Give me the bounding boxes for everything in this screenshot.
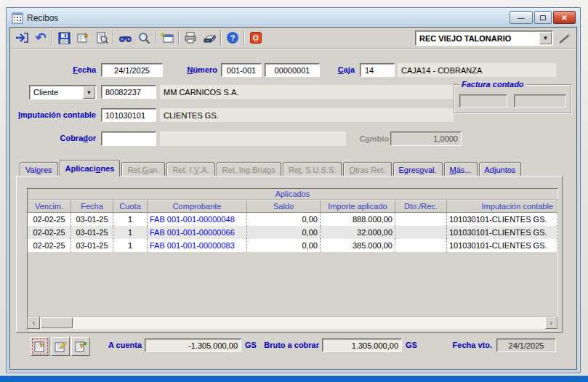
maximize-button[interactable] bbox=[534, 11, 552, 24]
scrollbar-thumb[interactable] bbox=[41, 317, 73, 328]
cell-vencim: 02-02-25 bbox=[28, 213, 71, 226]
col-dto-rec[interactable]: Dto./Rec. bbox=[395, 200, 447, 212]
print-button[interactable] bbox=[181, 29, 200, 46]
edit-apply-button[interactable] bbox=[51, 337, 70, 356]
printer-icon bbox=[184, 32, 197, 44]
restore-icon bbox=[540, 15, 546, 20]
tab-aplicaciones[interactable]: Aplicaciones bbox=[60, 160, 121, 176]
duplicate-icon bbox=[76, 32, 89, 44]
zoom-button[interactable] bbox=[134, 29, 153, 46]
close-button[interactable]: ✕ bbox=[553, 11, 576, 24]
numero-input[interactable]: 00000001 bbox=[265, 63, 320, 77]
factura-contado-group: Factura contado bbox=[454, 84, 571, 113]
toolbar-separator bbox=[113, 31, 114, 45]
tab-ret-ing-brutos: Ret. Ing.Brutos bbox=[217, 162, 281, 176]
col-cuota[interactable]: Cuota bbox=[113, 200, 148, 212]
tab-valores[interactable]: Valores bbox=[20, 162, 58, 176]
col-comprobante[interactable]: Comprobante bbox=[148, 200, 247, 212]
fecha-input[interactable]: 24/1/2025 bbox=[101, 63, 163, 77]
enter-button[interactable] bbox=[12, 29, 31, 46]
undo-icon: ↶ bbox=[35, 32, 46, 44]
table-row[interactable]: 02-02-25 03-01-25 1 FAB 001-001-00000066… bbox=[28, 226, 557, 239]
chevron-down-icon[interactable]: ▼ bbox=[539, 32, 552, 44]
window-title: Recibos bbox=[27, 13, 58, 23]
fecha-label: Fecha bbox=[65, 65, 96, 74]
cell-comprobante-link[interactable]: FAB 001-001-00000083 bbox=[148, 239, 247, 252]
enter-icon bbox=[15, 32, 29, 44]
toolbar-separator bbox=[243, 31, 245, 45]
toolbar-separator bbox=[178, 31, 180, 45]
cobrador-input[interactable] bbox=[101, 131, 156, 146]
cell-dto-rec bbox=[395, 213, 447, 226]
help-button[interactable]: ? bbox=[223, 29, 242, 46]
exit-button[interactable]: O bbox=[246, 29, 265, 46]
caja-desc: CAJA14 - COBRANZA bbox=[398, 63, 556, 77]
imputacion-input[interactable]: 101030101 bbox=[101, 108, 156, 122]
edit-apply-icon bbox=[54, 341, 67, 353]
col-vencim[interactable]: Vencim. bbox=[28, 200, 71, 212]
preview-icon bbox=[96, 32, 108, 44]
cliente-type-select[interactable]: Cliente ▼ bbox=[29, 85, 97, 99]
tab-adjuntos[interactable]: Adjuntos bbox=[479, 162, 522, 176]
help-icon: ? bbox=[227, 32, 238, 44]
bruto-field: 1.305.000,00 bbox=[322, 338, 402, 352]
table-row[interactable]: 02-02-25 03-01-25 1 FAB 001-001-00000048… bbox=[28, 213, 557, 226]
numero-prefijo-input[interactable]: 001-001 bbox=[221, 63, 262, 77]
cell-dto-rec bbox=[395, 226, 447, 239]
scroll-right-icon[interactable]: › bbox=[545, 317, 557, 329]
chevron-down-icon[interactable]: ▼ bbox=[83, 86, 95, 99]
binoculars-icon bbox=[118, 33, 132, 44]
factura-contado-field-2 bbox=[514, 94, 566, 107]
factura-contado-field-1 bbox=[459, 94, 507, 107]
scanner-button[interactable] bbox=[200, 29, 219, 46]
cell-importe: 32.000,00 bbox=[321, 226, 395, 239]
grid-group-header: Aplicados bbox=[28, 189, 557, 200]
col-imputacion-contable[interactable]: Imputación contable bbox=[447, 200, 557, 212]
cell-imputacion: 101030101-CLIENTES GS. bbox=[447, 226, 557, 239]
find-button[interactable] bbox=[116, 29, 134, 46]
auto-apply-button[interactable] bbox=[71, 337, 90, 356]
cell-fecha: 03-01-25 bbox=[71, 226, 113, 239]
cell-importe: 888.000,00 bbox=[321, 213, 395, 226]
new-window-button[interactable] bbox=[158, 29, 177, 46]
talonario-value: REC VIEJO TALONARIO bbox=[416, 34, 539, 43]
fecha-vto-label: Fecha vto. bbox=[442, 341, 492, 349]
cell-comprobante-link[interactable]: FAB 001-001-00000048 bbox=[148, 213, 247, 226]
caja-input[interactable]: 14 bbox=[360, 63, 395, 77]
cliente-code-input[interactable]: 80082237 bbox=[101, 85, 156, 99]
taskbar-strip bbox=[0, 375, 588, 382]
cell-imputacion: 101030101-CLIENTES GS. bbox=[447, 239, 557, 252]
scanner-icon bbox=[203, 32, 217, 44]
wand-icon[interactable] bbox=[557, 32, 572, 45]
app-icon bbox=[12, 12, 23, 24]
cambio-label: Cambio bbox=[352, 134, 389, 143]
table-row[interactable]: 02-02-25 03-01-25 1 FAB 001-001-00000083… bbox=[28, 239, 557, 252]
col-importe-aplicado[interactable]: Importe aplicado bbox=[321, 200, 395, 212]
titlebar[interactable]: Recibos bbox=[7, 9, 579, 27]
cell-importe: 385.000,00 bbox=[321, 239, 395, 252]
aplicados-grid: Aplicados Vencim. Fecha Cuota Comprobant… bbox=[27, 188, 558, 330]
cobrador-desc bbox=[160, 131, 346, 146]
bruto-label: Bruto a cobrar bbox=[252, 341, 319, 349]
manual-apply-button[interactable] bbox=[31, 337, 49, 356]
cobrador-label: Cobrador bbox=[39, 134, 96, 142]
manual-apply-icon bbox=[33, 341, 47, 353]
duplicate-button[interactable] bbox=[73, 29, 92, 46]
talonario-select[interactable]: REC VIEJO TALONARIO ▼ bbox=[415, 31, 553, 46]
col-saldo[interactable]: Saldo bbox=[247, 200, 321, 212]
tab-mas[interactable]: Más... bbox=[444, 162, 478, 176]
numero-label: Número bbox=[172, 65, 217, 74]
cell-comprobante-link[interactable]: FAB 001-001-00000066 bbox=[148, 226, 247, 239]
cell-cuota: 1 bbox=[113, 213, 148, 226]
minimize-button[interactable]: — bbox=[510, 11, 533, 24]
horizontal-scrollbar[interactable]: ‹ › bbox=[28, 317, 557, 329]
preview-button[interactable] bbox=[92, 29, 111, 46]
cell-vencim: 02-02-25 bbox=[28, 239, 71, 252]
undo-button[interactable]: ↶ bbox=[31, 29, 50, 46]
tab-egreso-val[interactable]: Egreso val. bbox=[393, 162, 443, 176]
a-cuenta-field: -1.305.000,00 bbox=[145, 338, 241, 352]
save-button[interactable] bbox=[55, 29, 73, 46]
toolbar-separator bbox=[155, 31, 156, 45]
scroll-left-icon[interactable]: ‹ bbox=[28, 317, 40, 329]
col-fecha[interactable]: Fecha bbox=[71, 200, 113, 212]
